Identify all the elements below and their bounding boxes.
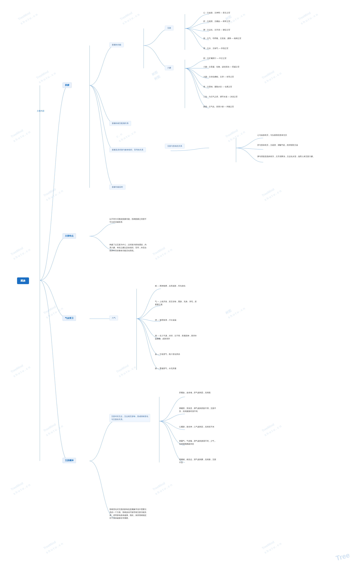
connector-lines bbox=[8, 6, 356, 575]
node-xin-xingti-label: 心与血脉有关，与头面部的形体无关 bbox=[257, 134, 287, 137]
node-dan-label: 胆：主贮藏胆汁 — 中正之官 bbox=[203, 57, 227, 60]
node-tedian1-label: 以不同方式阐述脏腑功能，强调脏腑之间密不可分的功能联系 bbox=[110, 218, 146, 224]
node-tedian2: 构建了以五脏为中心，以经脉为联络通道，内系六腑、奇恒之腑以及各组织、官窍，外应自… bbox=[110, 243, 146, 252]
node-zhuyao-neirong-text: 主要内容 bbox=[37, 110, 44, 112]
node-gan-xingti-label: 肝与形体有关，主疏泄、调畅气机，防抑郁防亢奋 bbox=[257, 144, 298, 147]
node-wuzhi: 五脏对应五志，五志相互影响，形成情绪变化与五脏的关系。 bbox=[110, 414, 150, 422]
node-xin: 心：主血脉、主神明 — 君主之官 bbox=[203, 11, 230, 14]
node-jin: 津 — 腠理发泄，汗出溱溱 bbox=[155, 319, 176, 322]
node-wuzang-xingti-label[interactable]: 五脏与形体的关系 bbox=[165, 144, 185, 149]
node-wei: 胃：主受纳、腐熟水谷 — 仓廪之官 bbox=[203, 85, 232, 88]
node-jing-label: 精 — 两神相搏，合而成形，常先身生 bbox=[155, 284, 186, 288]
node-shen-cangshen-label: 肾藏精，精含志，肾气虚则厥，实则胀，五脏不安 bbox=[179, 458, 216, 464]
node-shen-cangshen: 肾藏精，精含志，肾气虚则厥，实则胀，五脏不安 bbox=[179, 458, 216, 464]
node-jin-label: 津 — 腠理发泄，汗出溱溱 bbox=[155, 319, 176, 322]
node-pi-cangshen-label: 脾藏营，营舍意，脾气虚则四肢不用，五脏不安，实则腹胀经溲不利 bbox=[179, 407, 216, 413]
node-gan: 肝：主疏泄、主藏血 — 将军之官 bbox=[203, 20, 230, 23]
node-jingmai-label[interactable]: 脏腑及其经脉与躯体组织、官窍的关系 bbox=[110, 147, 146, 152]
page: TreeMinds h u t u . c n TreeMinds h u t … bbox=[0, 0, 364, 588]
node-xiaochang: 小肠：主受盛、化物、泌别清浊 — 受盛之官 bbox=[203, 66, 240, 68]
node-mai-label: 脉 — 壅遏营气，令无所避 bbox=[155, 367, 176, 370]
node-yingshi-label[interactable]: 脏腑功能应时 bbox=[110, 185, 125, 190]
tree-watermark: Tree bbox=[335, 551, 351, 562]
node-qi-label: 气 — 上焦开发，宣五谷味，熏肤、充身、泽毛，若雾露之溉 bbox=[155, 300, 197, 306]
node-qingxu: 情绪变化对五脏的影响也是藏象学说中需要注意的一个方面。情绪波动可能导致五脏功能失… bbox=[110, 508, 146, 520]
node-zangfu-label[interactable]: 脏腑 bbox=[63, 83, 72, 88]
node-liufu-label[interactable]: 六腑 bbox=[165, 66, 174, 70]
node-shen-label: 肾：主水、主纳气 — 作强之官 bbox=[203, 47, 228, 50]
node-pi-xingti: 脾与四肢及肌肉有关，主升清降浊，主运化水湿，滋养人体五脏六腑。 bbox=[257, 155, 315, 158]
node-shen: 肾：主水、主纳气 — 作强之官 bbox=[203, 47, 228, 50]
node-wuzhi-label[interactable]: 五脏对应五志，五志相互影响，形成情绪变化与五脏的关系。 bbox=[110, 414, 150, 422]
node-pi-label: 脾：主运化、主升清 — 谏议之官 bbox=[203, 28, 230, 32]
node-qi: 气 — 上焦开发，宣五谷味，熏肤、充身、泽毛，若雾露之溉 bbox=[155, 300, 197, 306]
node-pi-cangshen: 脾藏营，营舍意，脾气虚则四肢不用，五脏不安，实则腹胀经溲不利 bbox=[179, 407, 216, 413]
node-fei: 肺：主气、司呼吸、主宣发、肃降 — 相傅之官 bbox=[203, 37, 241, 40]
node-xin-xingti: 心与血脉有关，与头面部的形体无关 bbox=[257, 134, 287, 137]
node-mai: 脉 — 壅遏营气，令无所避 bbox=[155, 367, 176, 370]
node-gongneng: 脏腑的功能 bbox=[110, 42, 124, 47]
node-liuqi: 六气 bbox=[110, 316, 118, 320]
node-tedian1: 以不同方式阐述脏腑功能，强调脏腑之间密不可分的功能联系 bbox=[110, 218, 146, 224]
node-gongneng-label[interactable]: 脏腑的功能 bbox=[110, 42, 124, 47]
node-peihe-label[interactable]: 脏腑的相互配属关系 bbox=[110, 121, 131, 126]
node-qingxu-label: 情绪变化对五脏的影响也是藏象学说中需要注意的一个方面。情绪波动可能导致五脏功能失… bbox=[110, 508, 146, 520]
node-liufu: 六腑 bbox=[165, 66, 174, 70]
node-gan-xingti: 肝与形体有关，主疏泄、调畅气机，防抑郁防亢奋 bbox=[257, 144, 298, 147]
node-sanjiao: 三焦：为元气之府、调节水道 — 决渎之官 bbox=[203, 95, 238, 98]
node-jingmai: 脏腑及其经脉与躯体组织、官窍的关系 bbox=[110, 147, 146, 152]
node-zhuyao-tedian-label[interactable]: 主要特点 bbox=[63, 233, 76, 238]
node-zhuyao-neirong-label: 主要内容 bbox=[37, 110, 44, 112]
node-xue-label: 血 — 中焦受气，取汁变化而赤 bbox=[155, 353, 180, 356]
node-yingshi: 脏腑功能应时 bbox=[110, 185, 125, 190]
node-wuzang-label[interactable]: 五脏 bbox=[165, 26, 174, 30]
node-gan-cangshen: 肝藏血，血舍魂，肝气虚则恐，实则怒 bbox=[179, 391, 211, 394]
node-xiaochang-label: 小肠：主受盛、化物、泌别清浊 — 受盛之官 bbox=[203, 66, 240, 68]
node-dachang-label: 大肠：主传化糟粕、主津 — 传导之官 bbox=[203, 75, 234, 78]
node-tedian2-label: 构建了以五脏为中心，以经脉为联络通道，内系六腑、奇恒之腑以及各组织、官窍，外应自… bbox=[110, 243, 146, 252]
node-xin-cangshen: 心藏脉，脉含神，心气虚则悲，实则笑不休 bbox=[179, 425, 214, 428]
node-wuzang: 五脏 bbox=[165, 26, 174, 30]
node-jing: 精 — 两神相搏，合而成形，常先身生 bbox=[155, 284, 186, 288]
node-pangguang-label: 膀胱：主气化、排泄小便 — 州都之官 bbox=[203, 105, 234, 108]
node-sanjiao-label: 三焦：为元气之府、调节水道 — 决渎之官 bbox=[203, 95, 238, 98]
node-zhuyao-tedian: 主要特点 bbox=[63, 233, 76, 238]
node-fei-label: 肺：主气、司呼吸、主宣发、肃降 — 相傅之官 bbox=[203, 37, 241, 40]
node-qixue: 气血营卫 bbox=[63, 316, 76, 321]
node-xin-label: 心：主血脉、主神明 — 君主之官 bbox=[203, 11, 230, 14]
node-pangguang: 膀胱：主气化、排泄小便 — 州都之官 bbox=[203, 105, 234, 108]
node-wei-label: 胃：主受纳、腐熟水谷 — 仓廪之官 bbox=[203, 85, 232, 88]
root-node: 藏象 bbox=[17, 277, 29, 284]
node-dachang: 大肠：主传化糟粕、主津 — 传导之官 bbox=[203, 75, 234, 78]
node-xin-cangshen-label: 心藏脉，脉含神，心气虚则悲，实则笑不休 bbox=[179, 425, 214, 428]
node-fei-cangshen: 肺藏气，气舍魄，肺气虚则鼻塞不利，少气，实则喘喝胸盈仰息 bbox=[179, 440, 216, 446]
node-wuzang-cangshen: 五脏藏神 bbox=[63, 458, 76, 463]
node-pi-xingti-label: 脾与四肢及肌肉有关，主升清降浊，主运化水湿，滋养人体五脏六腑。 bbox=[257, 155, 315, 158]
node-zangfu: 脏腑 bbox=[63, 83, 72, 88]
root-label[interactable]: 藏象 bbox=[17, 277, 29, 284]
node-peihe: 脏腑的相互配属关系 bbox=[110, 121, 131, 126]
node-dan: 胆：主贮藏胆汁 — 中正之官 bbox=[203, 57, 227, 60]
mindmap: 藏象 脏腑 脏腑的功能 五脏 心：主血脉、主神明 — 君主之官 肝：主疏泄、主藏… bbox=[8, 6, 356, 575]
node-liuqi-label[interactable]: 六气 bbox=[110, 316, 118, 320]
node-ye-label: 液 — 谷入气满，淖泽、注于骨，骨属屈伸，泄泽补益脑髓、皮肤润泽 bbox=[155, 334, 197, 340]
node-ye: 液 — 谷入气满，淖泽、注于骨，骨属屈伸，泄泽补益脑髓、皮肤润泽 bbox=[155, 334, 197, 340]
node-fei-cangshen-label: 肺藏气，气舍魄，肺气虚则鼻塞不利，少气，实则喘喝胸盈仰息 bbox=[179, 440, 216, 446]
node-gan-cangshen-label: 肝藏血，血舍魂，肝气虚则恐，实则怒 bbox=[179, 391, 211, 394]
node-qixue-label[interactable]: 气血营卫 bbox=[63, 316, 76, 321]
node-wuzang-cangshen-label[interactable]: 五脏藏神 bbox=[63, 458, 76, 463]
node-xue: 血 — 中焦受气，取汁变化而赤 bbox=[155, 353, 180, 356]
node-gan-label: 肝：主疏泄、主藏血 — 将军之官 bbox=[203, 20, 230, 23]
node-pi: 脾：主运化、主升清 — 谏议之官 bbox=[203, 28, 230, 32]
node-wuzang-xingti: 五脏与形体的关系 bbox=[165, 144, 185, 149]
